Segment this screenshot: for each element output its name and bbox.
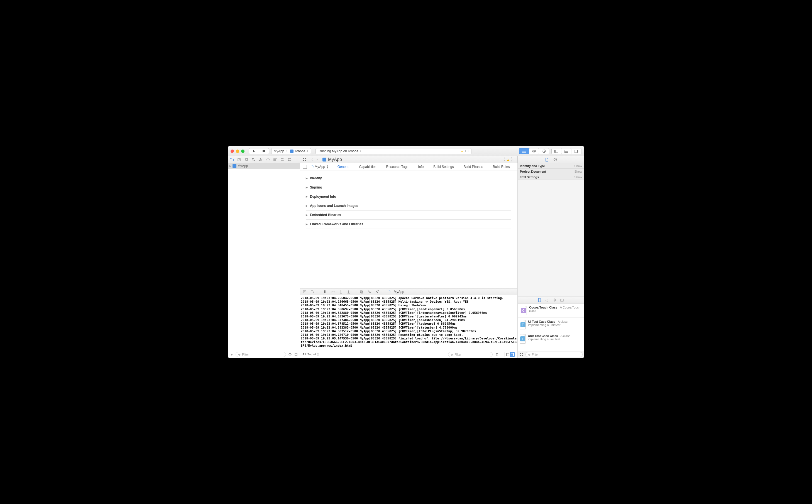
library-item[interactable]: TUI Test Case Class - A class implementi… bbox=[518, 318, 584, 332]
forward-button[interactable]: 〉 bbox=[316, 157, 320, 162]
disclosure-icon[interactable]: ▶ bbox=[306, 195, 308, 198]
issue-navigator-icon[interactable] bbox=[258, 157, 263, 162]
console-output[interactable]: 2018-05-09 19:23:04.256042-0500 MyApp[85… bbox=[300, 295, 517, 351]
file-template-library-icon[interactable] bbox=[538, 298, 541, 302]
related-items-icon[interactable] bbox=[302, 157, 307, 162]
target-list-toggle[interactable] bbox=[303, 165, 307, 169]
library-list[interactable]: CCocoa Touch Class - A Cocoa Touch class… bbox=[518, 304, 584, 351]
editor-tab-info[interactable]: Info bbox=[418, 165, 424, 169]
run-stop-group bbox=[249, 148, 269, 154]
svg-point-23 bbox=[260, 160, 261, 160]
show-button[interactable]: Show bbox=[574, 175, 582, 179]
hide-debug-icon[interactable] bbox=[302, 290, 307, 294]
toggle-inspector-button[interactable] bbox=[571, 148, 581, 154]
scheme-selector[interactable]: MyApp 〉 iPhone X bbox=[271, 148, 311, 154]
toggle-navigator-button[interactable] bbox=[551, 148, 561, 154]
prev-issue-icon[interactable]: 〈 bbox=[501, 157, 505, 163]
quick-help-inspector-icon[interactable]: ? bbox=[553, 157, 557, 162]
warning-icon: ▲ bbox=[507, 158, 510, 161]
console-scope-selector[interactable]: All Output ▲▼ bbox=[302, 353, 319, 356]
console-pane-toggle[interactable] bbox=[505, 352, 515, 357]
minimize-window-button[interactable] bbox=[236, 150, 239, 153]
step-over-icon[interactable] bbox=[331, 290, 335, 294]
run-button[interactable] bbox=[249, 148, 259, 154]
editor-tab-build-phases[interactable]: Build Phases bbox=[464, 165, 483, 169]
library-filter[interactable]: ⊕ Filter bbox=[525, 352, 583, 357]
disclosure-icon[interactable]: ▶ bbox=[306, 204, 308, 207]
navigator-filter[interactable]: ⊕ Filter bbox=[236, 352, 286, 357]
activity-status[interactable]: Running MyApp on iPhone X ▲ 18 bbox=[315, 148, 471, 154]
issue-indicator[interactable]: ▲ 18 bbox=[461, 149, 468, 153]
object-library-icon[interactable] bbox=[553, 299, 556, 302]
section-signing[interactable]: ▶Signing bbox=[306, 183, 511, 192]
project-navigator-icon[interactable] bbox=[229, 157, 234, 162]
inspector-section-text-settings[interactable]: Text SettingsShow bbox=[518, 174, 584, 180]
editor-tab-build-rules[interactable]: Build Rules bbox=[493, 165, 510, 169]
debug-navigator-icon[interactable] bbox=[273, 157, 277, 162]
disclosure-icon[interactable]: ▶ bbox=[306, 186, 308, 189]
inspector-section-identity-and-type[interactable]: Identity and TypeShow bbox=[518, 163, 584, 169]
disclosure-icon[interactable]: ▶ bbox=[306, 223, 308, 226]
show-button[interactable]: Show bbox=[574, 164, 582, 168]
source-control-navigator-icon[interactable] bbox=[237, 157, 241, 162]
editor-tab-general[interactable]: General bbox=[337, 165, 349, 169]
step-into-icon[interactable] bbox=[339, 290, 343, 294]
section-app-icons-and-launch-images[interactable]: ▶App Icons and Launch Images bbox=[306, 201, 511, 211]
inspector-section-project-document[interactable]: Project DocumentShow bbox=[518, 169, 584, 174]
breakpoints-toggle-icon[interactable] bbox=[310, 290, 315, 294]
svg-rect-29 bbox=[288, 158, 291, 161]
simulate-location-icon[interactable] bbox=[375, 290, 379, 294]
library-item-title: Unit Test Case Class bbox=[528, 334, 558, 337]
assistant-editor-button[interactable] bbox=[529, 148, 539, 154]
breakpoint-navigator-icon[interactable] bbox=[280, 157, 285, 162]
step-out-icon[interactable] bbox=[346, 290, 351, 294]
library-item[interactable]: TUnit Test Case Class - A class implemen… bbox=[518, 332, 584, 346]
library-grid-icon[interactable] bbox=[519, 352, 524, 357]
variables-pane-icon[interactable] bbox=[505, 352, 510, 357]
section-linked-frameworks-and-libraries[interactable]: ▶Linked Frameworks and Libraries bbox=[306, 220, 511, 229]
section-deployment-info[interactable]: ▶Deployment Info bbox=[306, 192, 511, 201]
console-filter[interactable]: ⊕ Filter bbox=[448, 352, 493, 357]
stop-button[interactable] bbox=[259, 148, 269, 154]
standard-editor-button[interactable] bbox=[519, 148, 529, 154]
add-button[interactable]: ＋ bbox=[229, 352, 234, 357]
report-navigator-icon[interactable] bbox=[287, 157, 292, 162]
editor-tab-build-settings[interactable]: Build Settings bbox=[433, 165, 454, 169]
target-selector[interactable]: MyApp ▲▼ bbox=[308, 165, 331, 169]
back-button[interactable]: 〈 bbox=[309, 157, 314, 162]
project-tree[interactable]: ▶ MyApp bbox=[228, 163, 300, 351]
console-filter-placeholder: Filter bbox=[454, 353, 461, 356]
close-window-button[interactable] bbox=[231, 150, 234, 153]
console-pane-icon[interactable] bbox=[510, 352, 515, 357]
toggle-debug-area-button[interactable] bbox=[561, 148, 571, 154]
status-text: Running MyApp on iPhone X bbox=[319, 149, 361, 153]
version-editor-button[interactable] bbox=[539, 148, 549, 154]
pause-icon[interactable] bbox=[323, 290, 327, 294]
main-body: ▶ MyApp ＋ ⊕ Filter MyAp bbox=[228, 163, 584, 358]
section-embedded-binaries[interactable]: ▶Embedded Binaries bbox=[306, 211, 511, 220]
disclosure-icon[interactable]: ▶ bbox=[229, 165, 231, 167]
disclosure-icon[interactable]: ▶ bbox=[306, 177, 308, 180]
jump-bar[interactable]: MyApp bbox=[322, 157, 342, 162]
debug-view-hierarchy-icon[interactable] bbox=[359, 290, 364, 294]
editor-tab-capabilities[interactable]: Capabilities bbox=[359, 165, 376, 169]
recent-filter-icon[interactable] bbox=[288, 352, 292, 357]
next-issue-icon[interactable]: 〉 bbox=[511, 157, 515, 163]
show-button[interactable]: Show bbox=[574, 170, 582, 173]
zoom-window-button[interactable] bbox=[241, 150, 244, 153]
file-inspector-icon[interactable] bbox=[545, 157, 549, 162]
find-navigator-icon[interactable] bbox=[251, 157, 256, 162]
clear-console-icon[interactable] bbox=[495, 352, 499, 357]
media-library-icon[interactable] bbox=[560, 299, 564, 302]
disclosure-icon[interactable]: ▶ bbox=[306, 214, 308, 216]
debug-process-name[interactable]: MyApp bbox=[394, 290, 404, 294]
code-snippet-library-icon[interactable]: { } bbox=[546, 299, 548, 302]
editor-tab-resource-tags[interactable]: Resource Tags bbox=[386, 165, 408, 169]
section-identity[interactable]: ▶Identity bbox=[306, 174, 511, 183]
project-tree-root[interactable]: ▶ MyApp bbox=[228, 163, 300, 169]
symbol-navigator-icon[interactable] bbox=[244, 157, 248, 162]
debug-memory-icon[interactable] bbox=[367, 290, 371, 294]
scm-filter-icon[interactable] bbox=[294, 352, 298, 357]
test-navigator-icon[interactable] bbox=[266, 157, 270, 162]
library-item[interactable]: CCocoa Touch Class - A Cocoa Touch class bbox=[518, 304, 584, 318]
